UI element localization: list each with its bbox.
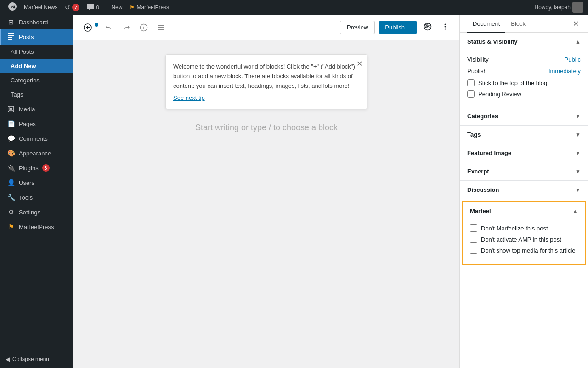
media-label: Media — [19, 106, 35, 113]
sidebar-item-pages[interactable]: 📄 Pages — [0, 116, 74, 131]
add-block-button[interactable] — [81, 21, 95, 34]
welcome-popup: ✕ Welcome to the wonderful world of bloc… — [165, 54, 368, 109]
tags-panel-label: Tags — [467, 131, 481, 138]
svg-text:i: i — [143, 25, 144, 30]
plugins-badge: 3 — [42, 164, 50, 172]
settings-label: Settings — [19, 209, 40, 216]
amp-checkbox[interactable] — [470, 236, 477, 243]
categories-header[interactable]: Categories ▼ — [460, 107, 588, 125]
plugins-icon: 🔌 — [7, 164, 15, 172]
comments-link[interactable]: 0 — [83, 0, 103, 15]
pending-review-checkbox[interactable] — [467, 90, 475, 98]
marfeelpress-link[interactable]: ⚑ MarfeelPress — [126, 0, 173, 15]
marfeelize-label: Don't Marfeelize this post — [481, 225, 548, 232]
users-icon: 👤 — [7, 179, 15, 186]
publish-value[interactable]: Immediately — [548, 68, 581, 75]
sidebar-item-settings[interactable]: ⚙ Settings — [0, 205, 74, 219]
collapse-label: Collapse menu — [12, 356, 49, 362]
sidebar-item-all-posts[interactable]: All Posts — [0, 45, 74, 59]
sidebar-item-dashboard[interactable]: ⊞ Dashboard — [0, 15, 74, 29]
editor-wrap: i Preview Publish… ✕ Welcome — [74, 15, 459, 368]
top-media-label: Don't show top media for this article — [481, 247, 576, 254]
info-button[interactable]: i — [137, 21, 151, 34]
featured-image-header[interactable]: Featured Image ▼ — [460, 144, 588, 162]
section-discussion: Discussion ▼ — [460, 181, 588, 199]
panel-tabs: Document Block ✕ — [460, 15, 588, 33]
right-panel: Document Block ✕ Status & Visibility ▲ V… — [459, 15, 588, 368]
sidebar-item-media[interactable]: 🖼 Media — [0, 102, 74, 116]
site-name-link[interactable]: Marfeel News — [20, 0, 61, 15]
excerpt-label: Excerpt — [467, 168, 489, 175]
users-label: Users — [19, 179, 34, 186]
see-next-tip-link[interactable]: See next tip — [173, 94, 205, 101]
undo-button[interactable] — [102, 21, 116, 34]
collapse-menu[interactable]: ◀ Collapse menu — [0, 351, 74, 368]
tab-document[interactable]: Document — [467, 15, 505, 33]
panel-close-button[interactable]: ✕ — [571, 17, 581, 30]
new-post-link[interactable]: + New — [103, 0, 126, 15]
tags-label: Tags — [11, 91, 23, 98]
updates-link[interactable]: ↺ 7 — [61, 0, 83, 15]
marfeelpress-label: MarfeelPress — [136, 4, 169, 11]
preview-button[interactable]: Preview — [340, 21, 375, 34]
howdy-label: Howdy, laepah — [535, 4, 571, 11]
wp-logo-link[interactable] — [5, 0, 20, 15]
section-categories: Categories ▼ — [460, 107, 588, 126]
list-view-button[interactable] — [154, 21, 168, 34]
svg-rect-2 — [8, 37, 12, 38]
tags-chevron-icon: ▼ — [575, 132, 581, 138]
excerpt-header[interactable]: Excerpt ▼ — [460, 162, 588, 180]
discussion-chevron-icon: ▼ — [575, 187, 581, 193]
appearance-label: Appearance — [19, 150, 51, 157]
tags-header[interactable]: Tags ▼ — [460, 126, 588, 144]
marfeelpress-icon: ⚑ — [130, 4, 135, 11]
sidebar-item-add-new[interactable]: Add New — [0, 59, 74, 73]
popup-close-button[interactable]: ✕ — [356, 59, 362, 68]
marfeelpress-sidebar-icon: ⚑ — [7, 223, 15, 230]
sidebar-item-users[interactable]: 👤 Users — [0, 175, 74, 190]
settings-panel-button[interactable] — [421, 20, 435, 35]
block-placeholder[interactable]: Start writing or type / to choose a bloc… — [195, 123, 338, 132]
more-tools-button[interactable] — [438, 20, 452, 35]
discussion-header[interactable]: Discussion ▼ — [460, 181, 588, 199]
comments-label: Comments — [19, 135, 48, 142]
marfeel-header[interactable]: Marfeel ▲ — [463, 202, 585, 220]
tools-label: Tools — [19, 194, 33, 201]
comments-count: 0 — [96, 4, 99, 11]
add-new-label: Add New — [11, 63, 36, 69]
tools-icon: 🔧 — [7, 194, 15, 201]
publish-button[interactable]: Publish… — [379, 21, 417, 34]
marfeelpress-sidebar-label: MarfeelPress — [19, 224, 54, 230]
user-info: Howdy, laepah — [535, 2, 584, 13]
admin-bar: Marfeel News ↺ 7 0 + New ⚑ MarfeelPress … — [0, 0, 588, 15]
stick-top-label: Stick to the top of the blog — [478, 80, 547, 86]
settings-icon: ⚙ — [7, 208, 15, 216]
sidebar-item-tools[interactable]: 🔧 Tools — [0, 190, 74, 205]
posts-icon — [7, 33, 15, 41]
pages-icon: 📄 — [7, 120, 15, 127]
status-visibility-header[interactable]: Status & Visibility ▲ — [460, 33, 588, 51]
svg-rect-9 — [158, 25, 164, 26]
sidebar-item-appearance[interactable]: 🎨 Appearance — [0, 146, 74, 161]
section-status-visibility: Status & Visibility ▲ Visibility Public … — [460, 33, 588, 107]
editor-content: ✕ Welcome to the wonderful world of bloc… — [74, 40, 459, 368]
tab-block[interactable]: Block — [505, 15, 531, 33]
section-excerpt: Excerpt ▼ — [460, 162, 588, 181]
status-visibility-body: Visibility Public Publish Immediately St… — [460, 51, 588, 107]
sidebar-item-tags[interactable]: Tags — [0, 87, 74, 102]
comments-sidebar-icon: 💬 — [7, 135, 15, 142]
redo-button[interactable] — [119, 21, 133, 34]
excerpt-chevron-icon: ▼ — [575, 168, 581, 175]
sidebar: ⊞ Dashboard Posts All Posts Add New Cate… — [0, 15, 74, 368]
visibility-value[interactable]: Public — [565, 56, 581, 63]
sidebar-item-plugins[interactable]: 🔌 Plugins 3 — [0, 161, 74, 175]
top-media-checkbox[interactable] — [470, 247, 477, 254]
sidebar-item-comments[interactable]: 💬 Comments — [0, 131, 74, 146]
section-featured-image: Featured Image ▼ — [460, 144, 588, 162]
all-posts-label: All Posts — [11, 48, 34, 55]
sidebar-item-categories[interactable]: Categories — [0, 73, 74, 87]
sidebar-item-posts[interactable]: Posts — [0, 29, 74, 45]
marfeelize-checkbox[interactable] — [470, 224, 477, 232]
stick-top-checkbox[interactable] — [467, 79, 475, 86]
sidebar-item-marfeelpress[interactable]: ⚑ MarfeelPress — [0, 219, 74, 234]
